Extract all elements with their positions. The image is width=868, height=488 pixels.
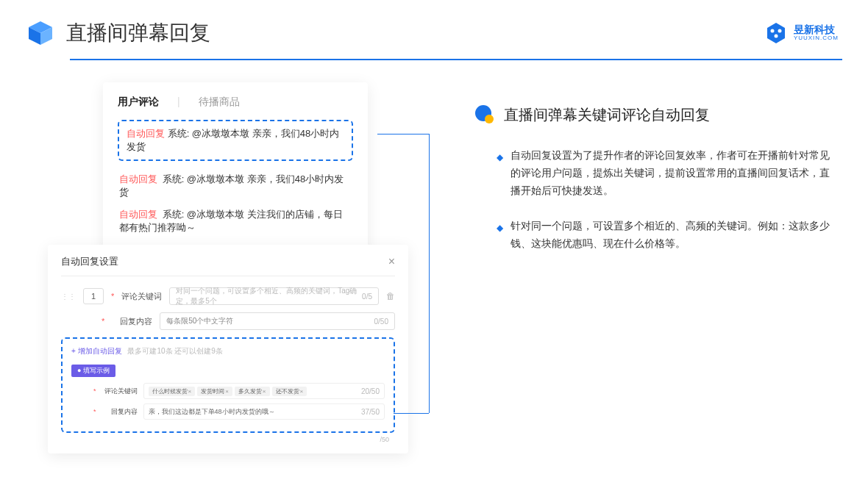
page-title: 直播间弹幕回复 (66, 19, 210, 47)
diamond-icon: ◆ (497, 220, 503, 253)
delete-icon[interactable]: 🗑 (386, 291, 395, 301)
highlighted-comment: 自动回复 系统: @冰墩墩本墩 亲亲，我们48小时内发货 (118, 120, 353, 161)
connector-line (429, 134, 430, 413)
section-title: 直播间弹幕关键词评论自动回复 (504, 105, 710, 125)
brand-logo-icon (764, 21, 788, 45)
counter: 0/50 (374, 317, 388, 326)
example-badge: ● 填写示例 (71, 365, 115, 377)
svg-point-4 (778, 29, 781, 33)
brand-text: 昱新科技 YUUXIN.COM (794, 24, 839, 42)
row-number: 1 (83, 288, 104, 304)
section-header: 直播间弹幕关键词评论自动回复 (474, 104, 839, 125)
comments-card: 用户评论 | 待播商品 自动回复 系统: @冰墩墩本墩 亲亲，我们48小时内发货… (103, 82, 368, 252)
cube-icon (26, 18, 55, 48)
close-icon[interactable]: × (388, 255, 395, 268)
tab-divider: | (177, 96, 180, 109)
tag: 发货时间× (197, 387, 232, 396)
auto-reply-label: 自动回复 (119, 173, 157, 184)
example-content-text: 亲，我们这边都是下单48小时内发货的哦～ (149, 407, 275, 417)
form-row-1: ⋮⋮ 1 * 评论关键词 对同一个问题，可设置多个相近、高频的关键词，Tag确定… (61, 287, 395, 305)
example-content-row: * 回复内容 亲，我们这边都是下单48小时内发货的哦～ 37/50 (71, 403, 385, 420)
tag: 还不发货× (272, 387, 307, 396)
add-auto-reply-link[interactable]: + 增加自动回复 最多可建10条 还可以创建9条 (71, 346, 385, 356)
diamond-icon: ◆ (497, 150, 503, 199)
field-label-keyword: 评论关键词 (121, 291, 162, 302)
field-label-content: 回复内容 (112, 316, 152, 327)
auto-reply-label: 自动回复 (119, 209, 157, 220)
brand-domain: YUUXIN.COM (794, 35, 839, 42)
placeholder-text: 对同一个问题，可设置多个相近、高频的关键词，Tag确定，最多5个 (176, 286, 362, 306)
left-column: 用户评论 | 待播商品 自动回复 系统: @冰墩墩本墩 亲亲，我们48小时内发货… (48, 82, 416, 453)
bullet-item: ◆ 自动回复设置为了提升作者的评论回复效率，作者可在开播前针对常见的评论用户问题… (474, 147, 839, 199)
add-link-hint: 最多可建10条 还可以创建9条 (127, 347, 222, 355)
svg-point-3 (770, 29, 774, 33)
bullet-item: ◆ 针对同一个问题，可设置多个相近的、高频的关键词。例如：这款多少钱、这块能优惠… (474, 218, 839, 253)
svg-point-7 (485, 115, 494, 123)
bullet-text: 针对同一个问题，可设置多个相近的、高频的关键词。例如：这款多少钱、这块能优惠吗、… (511, 218, 839, 253)
bubble-icon (474, 104, 495, 125)
bullet-text: 自动回复设置为了提升作者的评论回复效率，作者可在开播前针对常见的评论用户问题，提… (511, 147, 839, 199)
page-header: 直播间弹幕回复 昱新科技 YUUXIN.COM (0, 0, 868, 59)
svg-point-5 (774, 35, 778, 38)
counter: 20/50 (361, 387, 380, 395)
settings-modal: 自动回复设置 × ⋮⋮ 1 * 评论关键词 对同一个问题，可设置多个相近、高频的… (48, 245, 408, 453)
keyword-input[interactable]: 对同一个问题，可设置多个相近、高频的关键词，Tag确定，最多5个 0/5 (169, 287, 379, 305)
counter: 37/50 (361, 408, 380, 416)
modal-title: 自动回复设置 (61, 255, 118, 268)
example-keyword-input[interactable]: 什么时候发货× 发货时间× 多久发货× 还不发货× 20/50 (143, 383, 385, 399)
comment-row: 自动回复 系统: @冰墩墩本墩 关注我们的店铺，每日都有热门推荐呦～ (118, 204, 353, 239)
tag: 什么时候发货× (149, 387, 196, 396)
required-dot: * (102, 317, 104, 326)
connector-line (377, 134, 429, 134)
example-box: + 增加自动回复 最多可建10条 还可以创建9条 ● 填写示例 * 评论关键词 … (61, 337, 395, 433)
auto-reply-label: 自动回复 (127, 128, 165, 139)
ex-field-label-content: 回复内容 (102, 407, 138, 417)
required-dot: * (93, 408, 96, 415)
placeholder-text: 每条限50个中文字符 (166, 316, 233, 326)
tab-user-comments[interactable]: 用户评论 (118, 96, 159, 109)
tab-pending-goods[interactable]: 待播商品 (199, 96, 240, 109)
example-content-input[interactable]: 亲，我们这边都是下单48小时内发货的哦～ 37/50 (143, 403, 385, 420)
tabs: 用户评论 | 待播商品 (118, 96, 353, 109)
header-left: 直播间弹幕回复 (26, 18, 210, 48)
ex-field-label-keyword: 评论关键词 (102, 387, 138, 396)
content-area: 用户评论 | 待播商品 自动回复 系统: @冰墩墩本墩 亲亲，我们48小时内发货… (0, 60, 868, 453)
form-row-2: * 回复内容 每条限50个中文字符 0/50 (61, 312, 395, 330)
example-keyword-row: * 评论关键词 什么时候发货× 发货时间× 多久发货× 还不发货× 20/50 (71, 383, 385, 399)
add-link-text: + 增加自动回复 (71, 347, 122, 355)
required-dot: * (93, 387, 96, 395)
comment-row: 自动回复 系统: @冰墩墩本墩 亲亲，我们48小时内发货 (118, 168, 353, 204)
brand-logo-block: 昱新科技 YUUXIN.COM (764, 21, 839, 45)
drag-handle-icon[interactable]: ⋮⋮ (61, 293, 76, 301)
right-column: 直播间弹幕关键词评论自动回复 ◆ 自动回复设置为了提升作者的评论回复效率，作者可… (474, 82, 839, 453)
required-dot: * (111, 292, 114, 301)
counter: 0/5 (362, 293, 372, 301)
brand-name: 昱新科技 (794, 24, 839, 35)
content-input[interactable]: 每条限50个中文字符 0/50 (160, 312, 395, 330)
modal-header: 自动回复设置 × (61, 255, 395, 276)
tag: 多久发货× (235, 387, 270, 396)
outer-counter: /50 (61, 433, 395, 443)
